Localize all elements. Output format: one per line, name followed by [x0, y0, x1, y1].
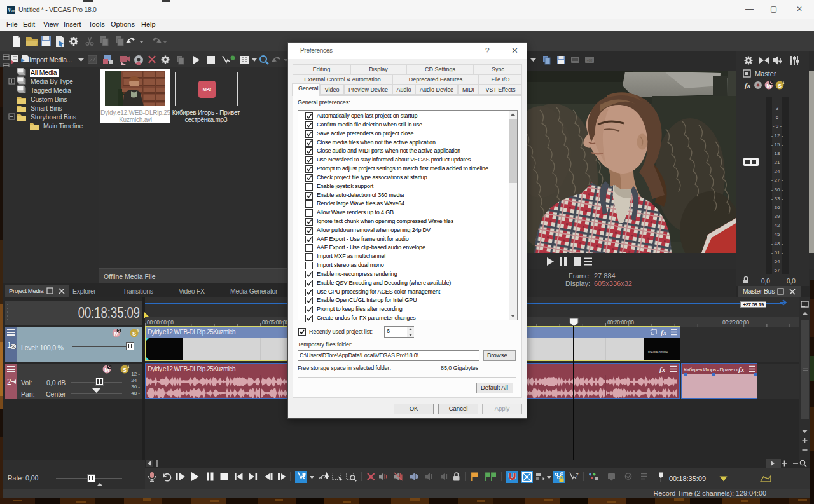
- svg-text:S: S: [778, 83, 782, 89]
- svg-text:fx: fx: [745, 81, 751, 89]
- svg-text:+08: +08: [587, 58, 593, 62]
- svg-text:1: 1: [7, 341, 11, 350]
- svg-text:fx: fx: [659, 365, 666, 373]
- svg-text:fx: fx: [738, 365, 745, 373]
- svg-text:S: S: [123, 367, 127, 373]
- svg-text:media offline: media offline: [648, 350, 668, 354]
- svg-text:S: S: [132, 330, 136, 337]
- svg-text:2: 2: [7, 378, 11, 386]
- svg-text:7: 7: [576, 472, 579, 479]
- svg-text:fx: fx: [661, 329, 667, 336]
